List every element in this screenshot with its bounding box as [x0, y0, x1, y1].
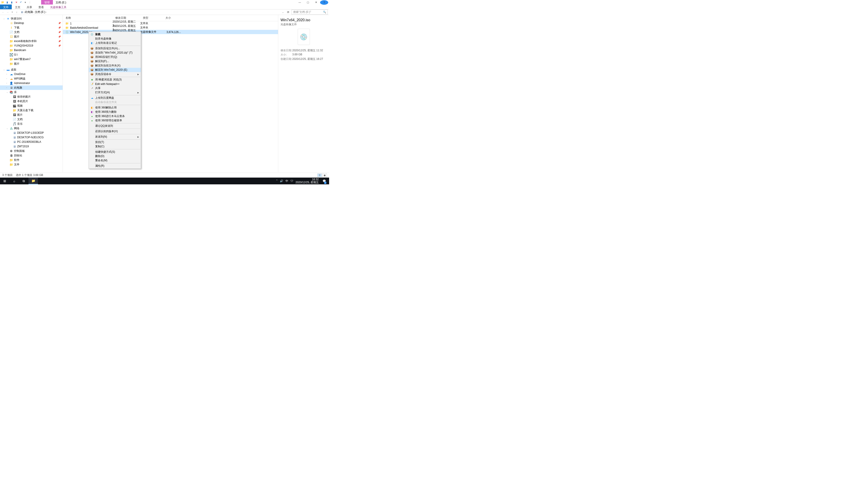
- menu-item[interactable]: 删除(D): [89, 154, 141, 158]
- addr-dropdown[interactable]: ⌄: [281, 10, 285, 14]
- menu-item[interactable]: 📦添加到 "Win7x64_2020.zip" (T): [89, 51, 141, 55]
- tree-item[interactable]: 📁天翼云盘下载: [0, 108, 63, 112]
- menu-item[interactable]: ◧上传到有道云笔记: [89, 41, 141, 45]
- file-row[interactable]: 📁BaiduNetdiskDownload2020/12/25, 星期五 1..…: [63, 26, 278, 30]
- tree-item[interactable]: 📁软件: [0, 158, 63, 162]
- menu-item[interactable]: 刻录光盘映像: [89, 37, 141, 41]
- chevron-icon[interactable]: ›: [6, 73, 8, 75]
- breadcrumb-item[interactable]: 文档 (E:): [35, 10, 45, 14]
- search-input[interactable]: 搜索"文档 (E:)" 🔍: [291, 9, 328, 15]
- maximize-button[interactable]: ▢: [304, 0, 312, 4]
- column-type[interactable]: 类型: [140, 16, 163, 20]
- menu-item[interactable]: ◆用 蜂蜜浏览器 浏览(3): [89, 77, 141, 82]
- menu-item[interactable]: 📦用360压缩打开(Q): [89, 55, 141, 59]
- tree-item[interactable]: 🖼本机照片: [0, 99, 63, 103]
- ribbon-tab-share[interactable]: 共享: [24, 4, 35, 9]
- explorer-taskbar-button[interactable]: 📁: [29, 177, 38, 184]
- clock[interactable]: 16:32 2020/12/25, 星期五: [296, 178, 319, 184]
- chevron-right-icon[interactable]: ›: [24, 11, 24, 13]
- chevron-icon[interactable]: ⌄: [6, 91, 8, 93]
- search-button[interactable]: ⌕: [9, 177, 19, 184]
- menu-item[interactable]: 剪切(T): [89, 140, 141, 144]
- chevron-down-icon[interactable]: ⌄: [3, 18, 5, 20]
- tree-item[interactable]: 📁excel表格制作求和📌: [0, 39, 63, 43]
- menu-item[interactable]: 创建快捷方式(S): [89, 150, 141, 154]
- chevron-icon[interactable]: ›: [6, 87, 8, 89]
- tree-item[interactable]: 📁YUNQISHI2019📌: [0, 43, 63, 48]
- tree-item[interactable]: 🗑回收站: [0, 153, 63, 158]
- menu-item[interactable]: ◧使用 360强力删除: [89, 110, 141, 114]
- nav-up[interactable]: ↑: [15, 10, 19, 14]
- tree-item[interactable]: ›☁WPS网盘: [0, 76, 63, 81]
- tree-item[interactable]: 📁图片: [0, 61, 63, 66]
- menu-item[interactable]: ↗共享: [89, 86, 141, 90]
- breadcrumb-item[interactable]: 此电脑: [25, 10, 33, 14]
- menu-item[interactable]: 📦添加到压缩文件(A)...: [89, 46, 141, 51]
- menu-item[interactable]: ◧使用 360解除占用: [89, 105, 141, 110]
- close-button[interactable]: ✕: [312, 0, 320, 4]
- menu-item[interactable]: 打开方式(H)▶: [89, 90, 141, 95]
- menu-item[interactable]: ●使用 360管理右键菜单: [89, 119, 141, 123]
- qat-dropdown[interactable]: ▾: [24, 0, 27, 4]
- ribbon-tab-home[interactable]: 主页: [12, 4, 24, 9]
- chevron-down-icon[interactable]: ⌄: [6, 127, 8, 129]
- menu-item[interactable]: 📦解压到当前文件夹(X): [89, 64, 141, 68]
- tree-item[interactable]: 🖥DESKTOP-LSSOEDP: [0, 131, 63, 135]
- menu-item[interactable]: 发送到(N)▶: [89, 135, 141, 139]
- tray-security-icon[interactable]: 🛡: [290, 180, 293, 183]
- qat-undo[interactable]: ↶: [19, 0, 23, 4]
- tree-item[interactable]: ›👤Administrator: [0, 81, 63, 86]
- chevron-right-icon[interactable]: ›: [33, 11, 34, 13]
- tree-item[interactable]: ⬇下载📌: [0, 25, 63, 30]
- tree-item[interactable]: 🎵音乐: [0, 122, 63, 126]
- chevron-icon[interactable]: ›: [6, 82, 8, 84]
- menu-item[interactable]: 📦其他压缩命令▶: [89, 72, 141, 76]
- menu-item[interactable]: 属性(R): [89, 164, 141, 168]
- tray-volume-icon[interactable]: 🔊: [280, 180, 283, 183]
- menu-item[interactable]: 复制(C): [89, 144, 141, 149]
- menu-item[interactable]: 📦解压到 Win7x64_2020\ (E): [89, 68, 141, 72]
- menu-item[interactable]: 📦解压到(F)...: [89, 59, 141, 64]
- tree-item[interactable]: 🖥PC-20190530OBLA: [0, 140, 63, 144]
- tree-item[interactable]: 🖥Desktop📌: [0, 21, 63, 25]
- menu-item[interactable]: 重命名(M): [89, 158, 141, 163]
- tree-item[interactable]: 📁Bandicam: [0, 48, 63, 53]
- qat-item[interactable]: ▮: [5, 0, 9, 4]
- tree-item[interactable]: 🖼图片📌: [0, 34, 63, 39]
- menu-item[interactable]: 还原以前的版本(V): [89, 129, 141, 133]
- start-button[interactable]: ⊞: [0, 177, 9, 184]
- file-row[interactable]: 📁12020/12/15, 星期二 1...文件夹: [63, 21, 278, 26]
- tree-network[interactable]: ⌄ 🖧 网络: [0, 126, 63, 131]
- task-view-button[interactable]: ⧉: [19, 177, 29, 184]
- nav-back[interactable]: ←: [1, 10, 5, 14]
- menu-item[interactable]: 通过QQ发送到: [89, 124, 141, 128]
- tree-item[interactable]: ⚙控制面板: [0, 149, 63, 153]
- tree-item[interactable]: 🖼图片: [0, 112, 63, 117]
- tree-item[interactable]: 📁文件: [0, 162, 63, 167]
- ribbon-tab-file[interactable]: 文件: [0, 4, 12, 9]
- breadcrumb[interactable]: 🖥 › 此电脑 › 文档 (E:) ›: [20, 9, 95, 15]
- tree-item[interactable]: ›☁OneDrive: [0, 72, 63, 76]
- column-date[interactable]: 修改日期: [113, 16, 140, 20]
- view-icons-button[interactable]: ▦: [322, 173, 327, 177]
- tree-item[interactable]: 📄文档: [0, 117, 63, 122]
- menu-item[interactable]: ☁上传到百度网盘: [89, 96, 141, 100]
- tree-item[interactable]: ⌄📚库: [0, 90, 63, 94]
- tree-item[interactable]: 🖥DESKTOP-NJEU3CG: [0, 135, 63, 140]
- tree-item[interactable]: 📁win7重装win7: [0, 57, 63, 61]
- column-size[interactable]: 大小: [163, 16, 181, 20]
- menu-item[interactable]: ●使用 360进行木马云查杀: [89, 114, 141, 119]
- chevron-down-icon[interactable]: ⌄: [3, 68, 5, 71]
- qat-item[interactable]: ▮: [10, 0, 13, 4]
- chevron-icon[interactable]: ›: [6, 77, 8, 80]
- notification-button[interactable]: 💬 3: [321, 177, 327, 184]
- tree-item[interactable]: 💽G:\: [0, 53, 63, 57]
- qat-delete[interactable]: ✕: [14, 0, 18, 4]
- tree-item[interactable]: 🖥ZMT2019: [0, 144, 63, 149]
- tree-quick-access[interactable]: ⌄ ★ 快速访问: [0, 16, 63, 21]
- help-button[interactable]: ?: [320, 0, 328, 5]
- menu-item[interactable]: 📝Edit with Notepad++: [89, 82, 141, 86]
- tree-item[interactable]: ›🖥此电脑: [0, 86, 63, 90]
- tree-desktop[interactable]: ⌄ ▬ 桌面: [0, 67, 63, 72]
- view-details-button[interactable]: ☰: [317, 173, 322, 177]
